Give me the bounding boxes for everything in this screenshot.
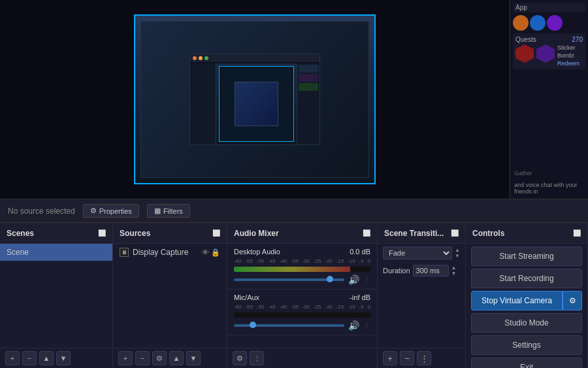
scenes-spacer: [0, 261, 112, 348]
preview-main: [0, 0, 510, 199]
desktop-audio-meter-fill: [234, 267, 350, 272]
scenes-remove-button[interactable]: −: [22, 351, 37, 365]
desktop-audio-name: Desktop Audio: [234, 248, 280, 256]
scenes-down-button[interactable]: ▼: [56, 351, 71, 365]
no-source-bar: No source selected ⚙ Properties ▦ Filter…: [0, 199, 588, 223]
transitions-select-row: Fade Cut Swipe Slide ▲ ▼: [378, 244, 465, 262]
properties-button[interactable]: ⚙ Properties: [83, 204, 139, 218]
filters-label: Filters: [163, 207, 183, 215]
scene-item-label: Scene: [7, 248, 29, 257]
audio-mixer-title: Audio Mixer: [234, 229, 279, 238]
desktop-audio-volume-thumb[interactable]: [327, 276, 333, 282]
transitions-footer: + − ⋮: [378, 348, 465, 368]
desktop-audio-labels: -60-55-50 -45-40-35 -30-25-20 -15-10-5 0: [234, 258, 370, 264]
filters-button[interactable]: ▦ Filters: [147, 204, 190, 218]
sources-down-button[interactable]: ▼: [186, 351, 201, 365]
mic-aux-header: Mic/Aux -inf dB: [234, 293, 370, 301]
quest-hex-1: [515, 44, 534, 63]
stop-virtual-camera-button[interactable]: Stop Virtual Camera: [471, 291, 563, 310]
sources-settings-button[interactable]: ⚙: [152, 351, 167, 365]
no-source-text: No source selected: [8, 207, 75, 216]
stop-virtual-camera-row: Stop Virtual Camera ⚙: [471, 291, 582, 310]
start-streaming-button[interactable]: Start Streaming: [471, 246, 582, 266]
desktop-audio-menu-button[interactable]: ⋮: [363, 276, 370, 284]
studio-mode-button[interactable]: Studio Mode: [471, 313, 582, 333]
duration-row: Duration 300 ms ▲ ▼: [378, 262, 465, 279]
sources-panel-header: Sources ⬜: [113, 223, 227, 244]
audio-mixer-collapse-icon[interactable]: ⬜: [363, 229, 370, 237]
mic-aux-db: -inf dB: [350, 293, 370, 301]
transitions-spacer: [378, 279, 465, 345]
desktop-audio-volume-slider[interactable]: [234, 278, 344, 281]
sources-collapse-icon[interactable]: ⬜: [212, 229, 220, 237]
preview-right-footer-text: Gather: [513, 169, 585, 178]
transitions-add-button[interactable]: +: [383, 351, 397, 365]
avatar-1: [513, 15, 529, 31]
source-visible-icon[interactable]: 👁: [202, 248, 209, 257]
sources-spacer: [113, 261, 227, 348]
scenes-panel: Scenes ⬜ Scene + − ▲ ▼: [0, 223, 113, 368]
avatar-2: [530, 15, 546, 31]
scenes-add-button[interactable]: +: [5, 351, 20, 365]
preview-quests: Quests 270 Sticker Bomb! Redeem: [513, 33, 585, 69]
quest-items: Sticker Bomb! Redeem: [515, 44, 583, 67]
mic-aux-channel: Mic/Aux -inf dB -60-55-50 -45-40-35 -30-…: [227, 290, 377, 335]
preview-right-panel: App Quests 270 Sticker Bomb! Redeem Gath: [510, 0, 588, 199]
properties-icon: ⚙: [90, 207, 97, 215]
transitions-remove-button[interactable]: −: [400, 351, 414, 365]
source-lock-icon[interactable]: 🔒: [211, 248, 220, 257]
source-item-1[interactable]: 🖥 Display Capture 👁 🔒: [113, 244, 227, 261]
display-capture-icon: 🖥: [120, 248, 129, 257]
transitions-panel: Scene Transiti... ⬜ Fade Cut Swipe Slide…: [378, 223, 466, 368]
mic-aux-controls: 🔊 ⋮: [234, 320, 370, 331]
sources-remove-button[interactable]: −: [135, 351, 150, 365]
transitions-collapse-icon[interactable]: ⬜: [451, 229, 459, 237]
exit-button[interactable]: Exit: [471, 358, 582, 368]
desktop-audio-mute-button[interactable]: 🔊: [348, 275, 359, 285]
sources-up-button[interactable]: ▲: [169, 351, 184, 365]
avatar-3: [547, 15, 563, 31]
audio-footer: ⚙ ⋮: [227, 348, 377, 368]
controls-panel-header: Controls ⬜: [466, 223, 587, 244]
scenes-footer: + − ▲ ▼: [0, 348, 112, 368]
settings-button[interactable]: Settings: [471, 335, 582, 355]
mic-aux-menu-button[interactable]: ⋮: [363, 322, 370, 330]
duration-value: 300 ms: [413, 265, 449, 276]
duration-text: 300 ms: [416, 267, 440, 275]
audio-mixer-panel: Audio Mixer ⬜ Desktop Audio 0.0 dB -60-5…: [227, 223, 378, 368]
preview-right-spacer: [513, 72, 585, 166]
source-actions: 👁 🔒: [202, 248, 220, 257]
scenes-up-button[interactable]: ▲: [39, 351, 54, 365]
preview-avatar-row: [513, 15, 585, 31]
preview-screenshot: [134, 14, 376, 184]
transitions-type-spinner[interactable]: ▲ ▼: [455, 248, 460, 259]
panels-row: Scenes ⬜ Scene + − ▲ ▼ Sources ⬜ 🖥 Displ…: [0, 223, 588, 368]
start-recording-button[interactable]: Start Recording: [471, 269, 582, 288]
mic-aux-meter: [234, 312, 370, 318]
preview-screenshot-inner: [140, 21, 369, 178]
scene-item-1[interactable]: Scene: [0, 244, 112, 261]
controls-panel: Controls ⬜ Start Streaming Start Recordi…: [466, 223, 588, 368]
mic-aux-mute-button[interactable]: 🔊: [348, 320, 359, 331]
controls-collapse-icon[interactable]: ⬜: [573, 229, 581, 237]
audio-menu-button[interactable]: ⋮: [250, 351, 264, 365]
scenes-collapse-icon[interactable]: ⬜: [98, 229, 106, 237]
sources-panel-title: Sources: [120, 229, 150, 238]
preview-right-header: App: [513, 3, 585, 12]
duration-spinner[interactable]: ▲ ▼: [451, 265, 457, 276]
mic-aux-name: Mic/Aux: [234, 293, 259, 301]
transitions-panel-header: Scene Transiti... ⬜: [378, 223, 465, 244]
transitions-panel-title: Scene Transiti...: [384, 229, 444, 238]
stop-virtual-camera-gear[interactable]: ⚙: [563, 291, 582, 310]
filters-icon: ▦: [154, 207, 161, 215]
sources-add-button[interactable]: +: [118, 351, 133, 365]
sources-panel: Sources ⬜ 🖥 Display Capture 👁 🔒 + − ⚙ ▲ …: [113, 223, 227, 368]
scenes-panel-header: Scenes ⬜: [0, 223, 112, 244]
mic-aux-volume-thumb[interactable]: [250, 322, 256, 328]
mic-aux-volume-slider[interactable]: [234, 324, 344, 327]
desktop-audio-controls: 🔊 ⋮: [234, 275, 370, 285]
audio-gear-button[interactable]: ⚙: [233, 351, 247, 365]
transitions-menu-button[interactable]: ⋮: [417, 351, 431, 365]
desktop-audio-channel: Desktop Audio 0.0 dB -60-55-50 -45-40-35…: [227, 244, 377, 290]
transitions-type-select[interactable]: Fade Cut Swipe Slide: [383, 246, 452, 259]
